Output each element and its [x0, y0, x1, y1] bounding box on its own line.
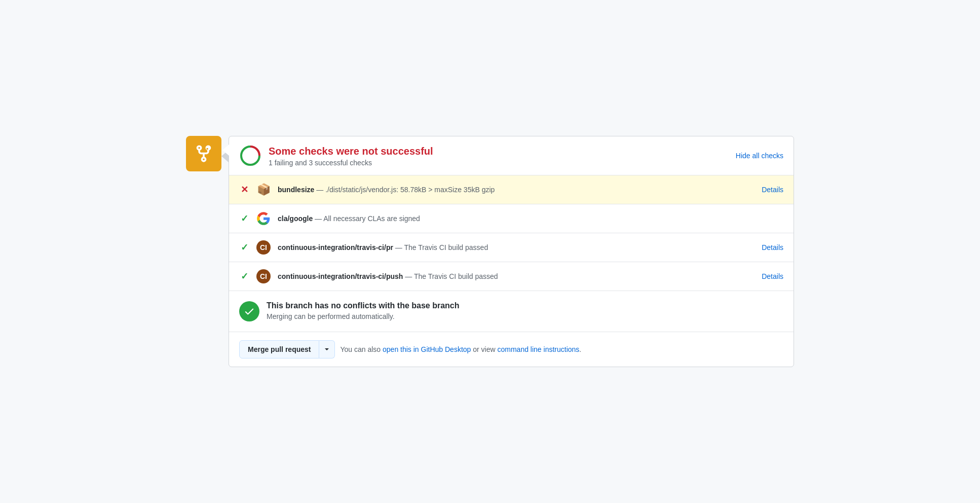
check-row-bundlesize: ✕ 📦 bundlesize — ./dist/static/js/vendor…: [229, 175, 794, 204]
svg-text:CI: CI: [260, 243, 267, 252]
merge-section: Merge pull request You can also open thi…: [229, 332, 794, 367]
check-desc-travis-pr: — The Travis CI build passed: [393, 243, 488, 252]
check-row-cla-google: ✓ cla/google — All necessary CLAs are si…: [229, 204, 794, 233]
check-text-travis-pr: continuous-integration/travis-ci/pr — Th…: [278, 243, 755, 252]
header-subtitle: 1 failing and 3 successful checks: [269, 159, 433, 167]
chevron-down-icon: [324, 347, 329, 352]
bundlesize-details-button[interactable]: Details: [762, 186, 783, 194]
merge-pull-request-button[interactable]: Merge pull request: [239, 340, 319, 358]
merge-icon-box: [186, 136, 221, 171]
main-card: Some checks were not successful 1 failin…: [229, 136, 794, 367]
check-name-cla-google: cla/google: [278, 214, 313, 223]
merge-dropdown-button[interactable]: [319, 340, 335, 358]
check-desc-travis-push: — The Travis CI build passed: [403, 272, 498, 280]
check-text-travis-push: continuous-integration/travis-ci/push — …: [278, 272, 755, 280]
command-line-instructions-link[interactable]: command line instructions: [497, 345, 579, 353]
check-desc-cla-google: — All necessary CLAs are signed: [313, 214, 420, 223]
status-text: This branch has no conflicts with the ba…: [267, 301, 460, 320]
status-title: This branch has no conflicts with the ba…: [267, 301, 460, 310]
arrow-connector: [221, 150, 229, 162]
svg-text:CI: CI: [260, 272, 267, 280]
google-icon: [256, 211, 271, 226]
merge-button-group: Merge pull request: [239, 340, 335, 358]
checks-list: ✕ 📦 bundlesize — ./dist/static/js/vendor…: [229, 175, 794, 291]
page-container: Some checks were not successful 1 failin…: [186, 136, 794, 367]
check-text-cla-google: cla/google — All necessary CLAs are sign…: [278, 214, 783, 223]
open-github-desktop-link[interactable]: open this in GitHub Desktop: [383, 345, 471, 353]
check-status-pass-icon-travis-pr: ✓: [239, 242, 249, 253]
check-name-travis-push: continuous-integration/travis-ci/push: [278, 272, 403, 280]
travis-push-details-button[interactable]: Details: [762, 272, 783, 280]
header-text: Some checks were not successful 1 failin…: [269, 145, 433, 167]
check-name-bundlesize: bundlesize: [278, 186, 314, 194]
check-status-fail-icon: ✕: [239, 184, 249, 195]
check-text-bundlesize: bundlesize — ./dist/static/js/vendor.js:…: [278, 186, 755, 194]
travis-pr-details-button[interactable]: Details: [762, 243, 783, 252]
check-desc-bundlesize: — ./dist/static/js/vendor.js: 58.78kB > …: [314, 186, 495, 194]
green-check-icon: [244, 306, 255, 317]
check-status-pass-icon-travis-push: ✓: [239, 271, 249, 282]
merge-info-text: You can also open this in GitHub Desktop…: [340, 345, 581, 353]
bundlesize-icon: 📦: [256, 183, 271, 197]
travis-push-icon: CI: [256, 269, 271, 283]
green-check-circle: [239, 301, 259, 321]
header-left: Some checks were not successful 1 failin…: [239, 145, 433, 167]
status-section: This branch has no conflicts with the ba…: [229, 291, 794, 332]
header-title: Some checks were not successful: [269, 145, 433, 158]
check-row-travis-push: ✓ CI continuous-integration/travis-ci/pu…: [229, 262, 794, 291]
google-g-icon: [256, 211, 271, 226]
check-name-travis-pr: continuous-integration/travis-ci/pr: [278, 243, 393, 252]
hide-all-checks-button[interactable]: Hide all checks: [736, 152, 783, 160]
travis-pr-icon: CI: [256, 240, 271, 255]
merge-svg-icon: [194, 144, 213, 163]
check-status-pass-icon-google: ✓: [239, 213, 249, 224]
card-header: Some checks were not successful 1 failin…: [229, 136, 794, 175]
status-subtitle: Merging can be performed automatically.: [267, 312, 460, 320]
status-partial-circle-icon: [239, 145, 261, 167]
check-row-travis-pr: ✓ CI continuous-integration/travis-ci/pr…: [229, 233, 794, 262]
